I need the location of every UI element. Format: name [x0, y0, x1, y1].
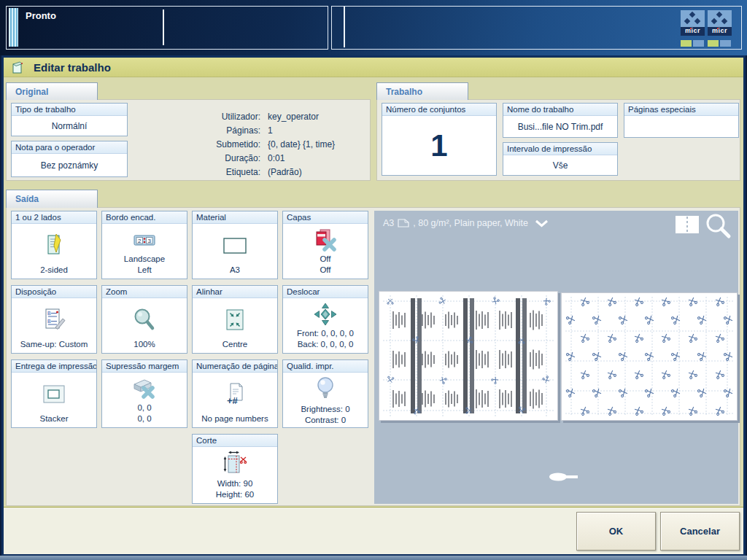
micr-diamonds-icon [681, 10, 705, 27]
micr-status-bars [681, 40, 705, 47]
option-value: Same-up: Custom [20, 339, 88, 351]
info-value: 0:01 [268, 152, 285, 166]
option-quality[interactable]: Qualid. impr. Brightness: 0Contrast: 0 [282, 359, 368, 428]
page-numbers-icon: +# [220, 375, 250, 413]
option-label: Entrega de impressão [12, 360, 96, 373]
option-job-name[interactable]: Nome do trabalho Busi...file NO Trim.pdf [503, 103, 618, 138]
option-label: Tipo de trabalho [12, 104, 127, 116]
option-label: Deslocar [283, 286, 368, 298]
divider [163, 9, 164, 45]
micr-icon[interactable]: micr [681, 10, 705, 47]
screen: Pronto micr micr [0, 0, 747, 560]
info-row: Utilizador: key_operator [187, 110, 335, 124]
option-shift[interactable]: Deslocar Front: 0, 0, 0, 0Back: 0, 0, 0,… [282, 285, 368, 354]
divider [344, 7, 345, 47]
media-selector[interactable]: A3 , 80 g/m², Plain paper, White [383, 218, 549, 228]
option-label: Nome do trabalho [503, 104, 617, 116]
option-value: Normální [12, 116, 127, 136]
info-value: key_operator [268, 110, 319, 124]
option-label: Capas [283, 211, 368, 224]
shift-icon [310, 300, 341, 328]
option-binding[interactable]: Bordo encad. 2 3 LandscapeLeft [101, 211, 187, 279]
info-label: Utilizador: [187, 110, 260, 124]
option-layout[interactable]: Disposição B B Same-up: Custom [11, 285, 97, 354]
ok-button[interactable]: OK [576, 512, 656, 551]
option-label: Intervalo de impressão [503, 143, 617, 155]
media-icon [219, 226, 251, 265]
info-label: Páginas: [187, 124, 260, 138]
job-info: Utilizador: key_operatorPáginas: 1Submet… [187, 110, 335, 179]
layout-icon: B B [39, 300, 69, 339]
option-value: Brightness: 0Contrast: 0 [301, 404, 349, 427]
media-description: , 80 g/m², Plain paper, White [413, 218, 528, 228]
preview-page-front [379, 291, 558, 421]
info-value: 1 [268, 124, 273, 138]
print-quality-icon [310, 375, 341, 404]
option-value: Busi...file NO Trim.pdf [503, 116, 617, 137]
option-value: LandscapeLeft [124, 254, 165, 276]
two-page-view-icon[interactable] [675, 215, 700, 237]
bottom-frame [0, 556, 747, 560]
option-margin[interactable]: Supressão margem 0, 00, 0 [101, 359, 187, 428]
trim-icon [219, 449, 251, 478]
option-label: Numeração de páginas [193, 360, 277, 373]
option-value: OffOff [320, 254, 330, 276]
media-size: A3 [383, 218, 394, 228]
trabalho-panel: Número de conjuntos 1 Nome do trabalho B… [376, 99, 740, 181]
option-value: Centre [222, 339, 248, 351]
tab-saida[interactable]: Saída [6, 190, 98, 208]
option-operator-note[interactable]: Nota para o operador Bez poznámky [11, 141, 128, 177]
option-zoom[interactable]: Zoom 100% [101, 285, 187, 354]
micr-label: micr [681, 27, 705, 36]
option-value: 0, 00, 0 [137, 402, 151, 425]
option-value: A3 [230, 265, 240, 276]
sheet-icon [398, 219, 409, 228]
option-value: Width: 90Height: 60 [216, 478, 254, 501]
option-label: Páginas especiais [624, 104, 738, 116]
tab-original[interactable]: Original [6, 82, 98, 100]
status-bar: Pronto micr micr [0, 0, 747, 55]
dialog-title-bar: Editar trabalho [4, 58, 743, 77]
option-label: Número de conjuntos [382, 104, 496, 116]
option-pagenumbers[interactable]: Numeração de páginas +#No page numbers [192, 359, 278, 428]
option-trim[interactable]: Corte Width: 90Height: 60 [192, 434, 278, 504]
option-value: Bez poznámky [12, 154, 127, 176]
saida-panel: 1 ou 2 lados 2-sidedBordo encad. 2 3 Lan… [6, 207, 740, 506]
covers-icon [309, 226, 341, 254]
micr-icon[interactable]: micr [708, 10, 732, 47]
info-row: Páginas: 1 [187, 124, 335, 138]
option-print-range[interactable]: Intervalo de impressão Vše [503, 142, 618, 176]
info-row: Etiqueta: (Padrão) [187, 166, 335, 179]
info-row: Submetido: {0, date} {1, time} [187, 138, 335, 152]
option-label: 1 ou 2 lados [12, 211, 96, 224]
option-label: Bordo encad. [102, 211, 187, 224]
option-label: Nota para o operador [12, 141, 127, 154]
svg-text:B: B [47, 311, 51, 316]
option-special-pages[interactable]: Páginas especiais [624, 103, 739, 138]
info-label: Submetido: [187, 138, 260, 152]
micr-indicators: micr micr [681, 10, 732, 47]
option-value: Front: 0, 0, 0, 0Back: 0, 0, 0, 0 [297, 328, 354, 351]
option-label: Corte [193, 435, 277, 447]
option-align[interactable]: Alinhar Centre [192, 285, 278, 354]
option-job-type[interactable]: Tipo de trabalho Normální [11, 103, 128, 136]
option-media[interactable]: Material A3 [192, 211, 278, 279]
edit-job-icon [11, 61, 25, 74]
option-covers[interactable]: Capas OffOff [282, 211, 368, 279]
option-label: Zoom [102, 286, 187, 298]
option-label: Disposição [12, 286, 96, 298]
tab-trabalho[interactable]: Trabalho [376, 82, 468, 100]
info-label: Etiqueta: [187, 166, 260, 179]
preview-zoom-icon[interactable] [704, 212, 733, 244]
info-label: Duração: [187, 152, 260, 166]
option-number-of-sets[interactable]: Número de conjuntos 1 [382, 103, 497, 176]
zoom-icon [129, 300, 160, 339]
micr-label: micr [708, 27, 732, 36]
option-sides[interactable]: 1 ou 2 lados 2-sided [11, 211, 97, 279]
option-value: 2-sided [40, 265, 68, 276]
option-delivery[interactable]: Entrega de impressão Stacker [11, 359, 97, 428]
option-value: No page numbers [201, 413, 268, 425]
align-centre-icon [220, 300, 250, 339]
cancel-button[interactable]: Cancelar [660, 512, 740, 551]
dialog-footer: OK Cancelar [4, 507, 743, 554]
